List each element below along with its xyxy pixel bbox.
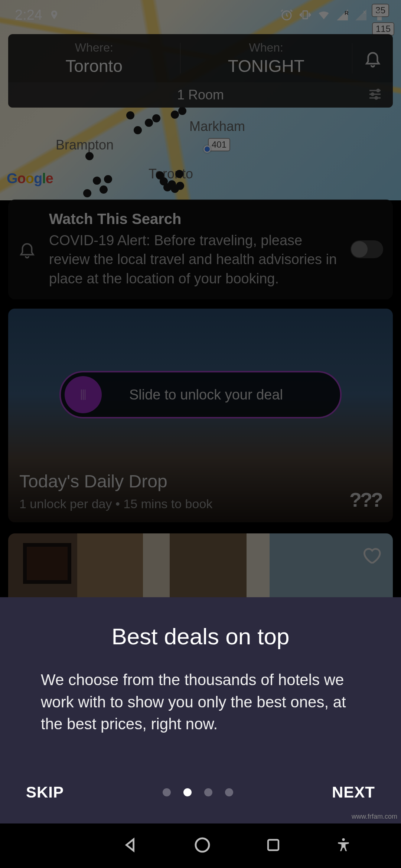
home-circle-icon (193, 836, 211, 854)
nav-home-button[interactable] (193, 836, 211, 855)
skip-button[interactable]: SKIP (26, 783, 64, 801)
screen: Brampton Markham Toronto 35 115 401 Goog… (0, 0, 401, 868)
page-dot (225, 788, 233, 796)
page-dot-active (183, 788, 192, 796)
accessibility-icon (335, 837, 352, 853)
system-nav-bar (0, 823, 401, 868)
page-dot (204, 788, 212, 796)
page-indicator (163, 788, 233, 796)
next-button[interactable]: NEXT (332, 783, 375, 801)
nav-back-button[interactable] (122, 836, 139, 855)
page-dot (163, 788, 171, 796)
svg-rect-11 (268, 840, 278, 850)
svg-point-10 (196, 838, 209, 852)
onboarding-title: Best deals on top (111, 623, 289, 650)
onboarding-sheet: Best deals on top We choose from the tho… (0, 597, 401, 823)
square-icon (265, 837, 281, 853)
nav-accessibility-button[interactable] (335, 837, 352, 855)
nav-recents-button[interactable] (265, 837, 281, 854)
svg-point-12 (342, 838, 345, 841)
back-icon (122, 836, 139, 854)
onboarding-body: We choose from the thousands of hotels w… (41, 669, 360, 735)
watermark: www.frfam.com (352, 813, 397, 821)
